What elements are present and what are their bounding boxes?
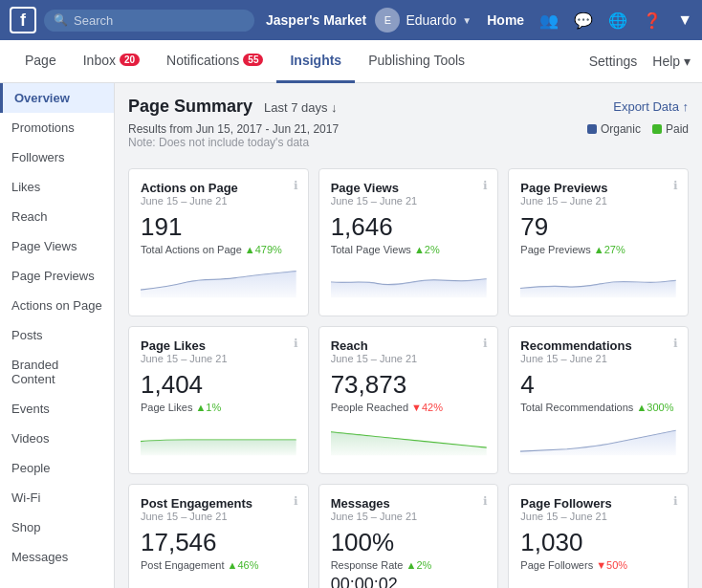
page-summary-title: Page Summary [128,97,252,116]
help-icon[interactable]: ❓ [643,11,662,30]
info-icon[interactable]: ℹ [483,494,488,508]
sidebar-item-posts[interactable]: Posts [0,320,114,350]
globe-icon[interactable]: 🌐 [608,11,627,30]
info-icon[interactable]: ℹ [483,179,488,192]
info-icon[interactable]: ℹ [673,494,678,508]
sidebar-item-page-views[interactable]: Page Views [0,231,114,261]
metric-dates: June 15 – June 21 [520,511,676,522]
date-filter[interactable]: Last 7 days ↓ [264,100,338,115]
metric-card-recommendations: ℹ Recommendations June 15 – June 21 4 To… [508,326,689,474]
sidebar-item-people[interactable]: People [0,453,114,483]
mini-chart [141,578,296,588]
metric-card-actions-on-page: ℹ Actions on Page June 15 – June 21 191 … [128,168,309,316]
metric-sub: People Reached ▼42% [331,402,487,413]
metric-dates: June 15 – June 21 [520,195,676,207]
metric-card-page-likes: ℹ Page Likes June 15 – June 21 1,404 Pag… [128,326,309,474]
metrics-grid: ℹ Actions on Page June 15 – June 21 191 … [128,168,689,588]
metric-dates: June 15 – June 21 [331,353,487,364]
help-link[interactable]: Help ▾ [652,54,691,69]
metric-value: 73,873 [331,370,487,400]
search-input[interactable] [74,13,217,28]
mini-chart [520,578,676,588]
page-summary-heading: Page Summary Last 7 days ↓ [128,97,338,117]
tab-page[interactable]: Page [11,40,70,83]
change-indicator: ▲300% [636,402,673,413]
metric-value-2: 00:00:02 [331,575,487,588]
tab-publishing-tools[interactable]: Publishing Tools [355,40,478,83]
metric-sub: Total Actions on Page ▲479% [141,244,296,255]
results-info: Results from Jun 15, 2017 - Jun 21, 2017… [128,122,339,149]
metric-sub: Total Recommendations ▲300% [520,402,676,413]
page-tabs-right: Settings Help ▾ [589,54,691,69]
page-tabs: Page Inbox 20 Notifications 55 Insights … [0,40,702,83]
metric-title: Recommendations [520,338,676,353]
mini-chart [331,263,487,301]
metric-value: 191 [141,212,296,242]
metric-sub: Response Rate ▲2% [331,559,487,571]
page-summary-header: Page Summary Last 7 days ↓ Export Data ↑ [128,97,689,117]
info-icon[interactable]: ℹ [483,337,488,350]
chart-legend: Organic Paid [587,122,689,136]
metric-value: 1,030 [520,528,676,557]
sidebar-item-overview[interactable]: Overview [0,83,114,113]
metric-title: Actions on Page [141,181,296,195]
top-navigation: f 🔍 Jasper's Market E Eduardo ▼ Home 👥 💬… [0,0,702,40]
metric-value: 17,546 [141,528,296,557]
sidebar-item-reach[interactable]: Reach [0,202,114,231]
sidebar-item-page-previews[interactable]: Page Previews [0,261,114,291]
mini-chart [141,421,296,459]
change-indicator: ▲46% [228,559,259,571]
change-indicator: ▼50% [596,559,627,571]
metric-card-messages: ℹ Messages June 15 – June 21 100% Respon… [318,484,499,588]
metric-card-page-views: ℹ Page Views June 15 – June 21 1,646 Tot… [318,168,499,316]
export-data-link[interactable]: Export Data ↑ [613,99,689,114]
legend-paid: Paid [652,122,689,136]
info-icon[interactable]: ℹ [294,179,298,192]
friends-icon[interactable]: 👥 [539,11,559,30]
sidebar-item-followers[interactable]: Followers [0,142,114,172]
inbox-badge: 20 [120,54,140,66]
user-name: Eduardo [406,12,456,28]
info-icon[interactable]: ℹ [673,179,678,192]
results-row: Results from Jun 15, 2017 - Jun 21, 2017… [128,122,689,159]
main-layout: Overview Promotions Followers Likes Reac… [0,83,702,588]
results-note: Note: Does not include today's data [128,136,339,149]
tab-notifications[interactable]: Notifications 55 [153,40,276,83]
home-link[interactable]: Home [487,12,524,28]
sidebar-item-events[interactable]: Events [0,394,114,424]
top-nav-right: E Eduardo ▼ Home 👥 💬 🌐 ❓ ▼ [375,8,692,33]
user-dropdown-icon[interactable]: ▼ [462,15,472,26]
sidebar-item-videos[interactable]: Videos [0,424,114,453]
search-bar[interactable]: 🔍 [44,10,254,32]
sidebar-item-shop[interactable]: Shop [0,512,114,542]
tab-insights[interactable]: Insights [276,40,355,83]
sidebar-item-promotions[interactable]: Promotions [0,113,114,142]
organic-dot [587,124,597,134]
info-icon[interactable]: ℹ [294,337,298,350]
metric-value: 1,404 [141,370,296,400]
metric-dates: June 15 – June 21 [520,353,676,364]
user-info[interactable]: E Eduardo ▼ [375,8,472,33]
facebook-logo: f [10,7,36,33]
metric-title: Page Followers [520,496,676,511]
metric-title: Page Likes [141,338,296,353]
sidebar-item-actions-on-page[interactable]: Actions on Page [0,291,114,320]
page-name: Jasper's Market [266,12,366,28]
change-indicator: ▲2% [414,244,440,255]
metric-title: Page Views [331,181,487,195]
sidebar-item-messages[interactable]: Messages [0,542,114,572]
more-icon[interactable]: ▼ [677,11,692,29]
metric-card-page-previews: ℹ Page Previews June 15 – June 21 79 Pag… [508,168,689,316]
tab-inbox[interactable]: Inbox 20 [70,40,153,83]
sidebar-item-wifi[interactable]: Wi-Fi [0,483,114,512]
info-icon[interactable]: ℹ [294,494,298,508]
messenger-icon[interactable]: 💬 [574,11,593,30]
metric-dates: June 15 – June 21 [141,195,296,207]
sidebar-item-likes[interactable]: Likes [0,172,114,202]
change-indicator: ▲479% [245,244,282,255]
sidebar: Overview Promotions Followers Likes Reac… [0,83,115,588]
settings-link[interactable]: Settings [589,54,638,69]
sidebar-item-branded-content[interactable]: Branded Content [0,350,114,394]
metric-value: 4 [520,370,676,400]
info-icon[interactable]: ℹ [673,337,678,350]
